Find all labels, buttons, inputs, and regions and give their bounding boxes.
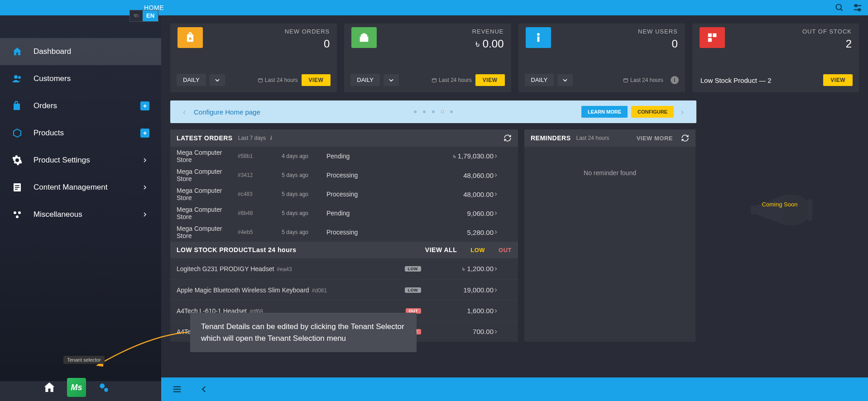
order-store: Mega Computer Store: [177, 225, 238, 239]
order-row[interactable]: Mega Computer Store #4eb5 5 days ago Pro…: [170, 223, 518, 242]
banner-dot[interactable]: [432, 110, 435, 113]
stock-ref: #d081: [312, 287, 327, 294]
banner-dot[interactable]: [450, 110, 453, 113]
order-store: Mega Computer Store: [177, 187, 238, 201]
order-row[interactable]: Mega Computer Store #6b48 5 days ago Pen…: [170, 204, 518, 223]
order-time: 5 days ago: [263, 210, 308, 216]
refresh-icon[interactable]: [504, 134, 512, 142]
stock-row[interactable]: Logitech G231 PRODIGY Headset#ea43 LOW ৳…: [170, 258, 518, 279]
sidebar-item-content[interactable]: Content Management: [0, 174, 161, 201]
menu-icon[interactable]: [172, 384, 182, 394]
settings-sliders-icon[interactable]: [853, 3, 863, 13]
svg-rect-31: [537, 37, 539, 42]
sidebar-item-customers[interactable]: Customers: [0, 65, 161, 92]
svg-line-1: [841, 9, 843, 11]
stat-value: 2: [802, 38, 852, 50]
stat-card-outofstock: OUT OF STOCK 2 Low Stock Product — 2 VIE…: [692, 24, 859, 92]
sidebar-item-label: Miscellaneous: [34, 210, 82, 219]
configure-button[interactable]: CONFIGURE: [631, 106, 674, 118]
chevron-right-icon[interactable]: [494, 192, 512, 196]
stat-cards-row: NEW ORDERS 0 DAILY Last 24 hours VIEW RE…: [170, 24, 859, 92]
settings-gear-icon[interactable]: [95, 379, 112, 396]
users-icon: [11, 72, 24, 85]
order-amount: 48,000.00: [381, 191, 494, 198]
house-icon: [11, 45, 24, 58]
box-icon: [11, 127, 24, 139]
view-all-link[interactable]: VIEW ALL: [425, 246, 457, 253]
stock-row[interactable]: Apple Magic Bluetooth Wireless Slim Keyb…: [170, 279, 518, 300]
stat-label: NEW ORDERS: [285, 28, 330, 35]
banner-prev[interactable]: ‹: [179, 107, 189, 117]
banner-dot[interactable]: [414, 110, 417, 113]
chevron-right-icon[interactable]: [494, 288, 512, 292]
filter-low[interactable]: LOW: [470, 247, 485, 253]
svg-point-9: [18, 76, 21, 79]
sidebar-item-label: Orders: [34, 101, 57, 110]
chevron-right-icon[interactable]: [494, 329, 512, 334]
view-button[interactable]: VIEW: [823, 74, 853, 86]
chevron-down-icon[interactable]: [210, 74, 225, 86]
chevron-down-icon[interactable]: [384, 74, 399, 86]
lang-bn[interactable]: বাং: [130, 10, 143, 21]
order-time: 5 days ago: [263, 191, 308, 197]
view-button[interactable]: VIEW: [475, 74, 505, 86]
period-dropdown[interactable]: DAILY: [525, 74, 554, 86]
order-status: Pending: [308, 210, 381, 217]
svg-point-15: [18, 211, 21, 214]
sidebar-item-orders[interactable]: Orders +: [0, 92, 161, 119]
view-button[interactable]: VIEW: [302, 74, 331, 86]
banner-dot[interactable]: [423, 110, 426, 113]
svg-point-17: [100, 383, 105, 388]
chevron-down-icon[interactable]: [557, 74, 573, 86]
banner-next[interactable]: ›: [677, 107, 687, 117]
order-row[interactable]: Mega Computer Store #58b1 4 days ago Pen…: [170, 147, 518, 166]
refresh-icon[interactable]: [681, 134, 689, 142]
info-icon[interactable]: i: [671, 76, 679, 84]
banner-dot[interactable]: [441, 110, 444, 113]
lang-en[interactable]: EN: [143, 10, 158, 21]
info-icon[interactable]: i: [270, 134, 272, 142]
panel-header: REMINDERS Last 24 hours VIEW MORE: [524, 129, 695, 147]
plus-icon[interactable]: +: [140, 101, 149, 110]
reminders-empty: No reminder found: [524, 147, 695, 199]
tenant-selector[interactable]: Ms: [67, 378, 86, 397]
low-stock-text: Low Stock Product — 2: [699, 76, 773, 84]
chevron-right-icon[interactable]: [494, 211, 512, 215]
coming-soon-text: Coming Soon: [714, 201, 845, 208]
sidebar-item-misc[interactable]: Miscellaneous: [0, 201, 161, 228]
chevron-right-icon[interactable]: [494, 173, 512, 177]
order-store: Mega Computer Store: [177, 206, 238, 220]
chevron-right-icon[interactable]: [494, 309, 512, 313]
sidebar-item-product-settings[interactable]: Product Settings: [0, 147, 161, 174]
sidebar-item-products[interactable]: Products +: [0, 119, 161, 147]
svg-point-4: [855, 5, 857, 7]
plus-icon[interactable]: +: [140, 129, 149, 138]
chevron-right-icon[interactable]: [494, 230, 512, 234]
chevron-right-icon[interactable]: [494, 154, 512, 158]
timespan: Last 24 hours: [432, 77, 472, 83]
learn-more-button[interactable]: LEARN MORE: [581, 106, 628, 118]
timespan: Last 24 hours: [258, 77, 298, 83]
home-icon[interactable]: [41, 379, 58, 396]
order-status: Processing: [308, 191, 381, 198]
sidebar-footer: Ms: [0, 374, 161, 401]
stock-name: Apple Magic Bluetooth Wireless Slim Keyb…: [177, 286, 405, 294]
search-icon[interactable]: [834, 3, 844, 13]
panel-title: LOW STOCK PRODUCT: [177, 246, 252, 253]
order-id: #6b48: [238, 210, 263, 216]
order-id: #3412: [238, 172, 263, 178]
period-dropdown[interactable]: DAILY: [350, 74, 380, 86]
order-row[interactable]: Mega Computer Store #3412 5 days ago Pro…: [170, 166, 518, 185]
chevron-right-icon[interactable]: [494, 267, 512, 271]
panel-subtitle: Last 7 days: [238, 135, 266, 141]
order-row[interactable]: Mega Computer Store #c483 5 days ago Pro…: [170, 185, 518, 204]
view-more-link[interactable]: VIEW MORE: [637, 135, 673, 142]
filter-out[interactable]: OUT: [499, 247, 512, 253]
bag-icon: [11, 100, 24, 112]
period-dropdown[interactable]: DAILY: [177, 74, 206, 86]
language-toggle[interactable]: বাং EN: [129, 10, 158, 22]
misc-icon: [11, 208, 24, 221]
svg-rect-27: [363, 33, 366, 34]
back-icon[interactable]: [200, 385, 208, 393]
sidebar-item-dashboard[interactable]: Dashboard: [0, 38, 161, 65]
